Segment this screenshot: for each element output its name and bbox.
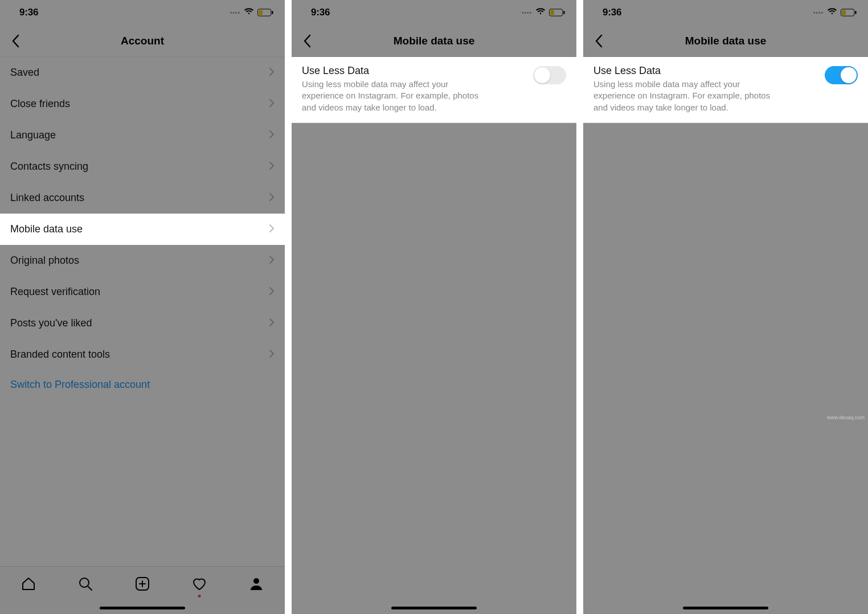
cellular-dots-icon: •••• (230, 10, 240, 16)
status-time: 9:36 (603, 7, 621, 18)
back-button[interactable] (6, 31, 25, 51)
setting-description: Using less mobile data may affect your e… (593, 79, 776, 113)
cellular-dots-icon: •••• (813, 10, 824, 16)
activity-dot-icon (198, 595, 201, 597)
home-indicator (100, 607, 185, 609)
battery-icon (549, 9, 565, 17)
use-less-data-toggle[interactable] (533, 66, 566, 84)
chevron-right-icon (269, 318, 275, 329)
row-label: Mobile data use (10, 223, 83, 235)
row-link-label: Switch to Professional account (10, 379, 150, 391)
row-request-verification[interactable]: Request verification (0, 276, 285, 308)
page-title: Account (121, 35, 164, 47)
row-close-friends[interactable]: Close friends (0, 88, 285, 120)
row-label: Contacts syncing (10, 161, 88, 173)
back-button[interactable] (297, 31, 317, 51)
screen-mobile-data-off: 9:36 •••• Mobile data use Use Less Data … (292, 0, 576, 614)
home-indicator (391, 607, 477, 609)
row-label: Original photos (10, 255, 79, 267)
screen-account: 9:36 •••• Account Saved (0, 0, 285, 614)
account-list: Saved Close friends Language Contacts sy… (0, 57, 285, 566)
row-label: Branded content tools (10, 349, 110, 361)
row-posts-liked[interactable]: Posts you've liked (0, 308, 285, 339)
row-switch-professional[interactable]: Switch to Professional account (0, 370, 285, 399)
row-linked-accounts[interactable]: Linked accounts (0, 182, 285, 214)
svg-rect-10 (550, 10, 554, 15)
nav-header: Mobile data use (292, 25, 576, 57)
battery-icon (841, 9, 857, 17)
nav-header: Mobile data use (583, 25, 868, 57)
row-label: Request verification (10, 286, 100, 298)
setting-use-less-data: Use Less Data Using less mobile data may… (583, 57, 868, 123)
status-icons: •••• (230, 7, 273, 18)
back-button[interactable] (589, 31, 608, 51)
tab-bar (0, 566, 285, 614)
chevron-right-icon (269, 99, 275, 110)
status-icons: •••• (522, 7, 565, 18)
row-language[interactable]: Language (0, 120, 285, 151)
battery-icon (257, 9, 273, 17)
row-label: Language (10, 129, 56, 141)
screen-mobile-data-on: 9:36 •••• Mobile data use Use Less Data … (583, 0, 868, 614)
row-saved[interactable]: Saved (0, 57, 285, 88)
svg-rect-1 (259, 10, 263, 15)
svg-rect-11 (563, 11, 564, 14)
row-branded-content-tools[interactable]: Branded content tools (0, 339, 285, 370)
row-mobile-data-use[interactable]: Mobile data use (0, 214, 285, 245)
row-contacts-syncing[interactable]: Contacts syncing (0, 151, 285, 182)
svg-line-4 (88, 586, 92, 590)
chevron-right-icon (269, 161, 275, 173)
tab-create[interactable] (131, 572, 154, 595)
status-icons: •••• (813, 7, 857, 18)
wifi-icon (535, 7, 546, 18)
chevron-right-icon (269, 349, 275, 361)
chevron-right-icon (269, 193, 275, 204)
chevron-right-icon (269, 67, 275, 79)
row-original-photos[interactable]: Original photos (0, 245, 285, 276)
row-label: Close friends (10, 98, 70, 110)
content-area (292, 123, 576, 614)
status-time: 9:36 (19, 7, 38, 18)
tab-activity[interactable] (188, 572, 211, 595)
row-label: Saved (10, 67, 39, 79)
use-less-data-toggle[interactable] (825, 66, 858, 84)
chevron-right-icon (269, 255, 275, 267)
setting-title: Use Less Data (302, 65, 524, 77)
tab-home[interactable] (17, 572, 40, 595)
tab-search[interactable] (74, 572, 97, 595)
setting-description: Using less mobile data may affect your e… (302, 79, 484, 113)
toggle-knob-icon (841, 67, 857, 83)
status-bar: 9:36 •••• (292, 0, 576, 25)
wifi-icon (827, 7, 837, 18)
svg-rect-14 (855, 11, 856, 14)
chevron-right-icon (269, 224, 275, 235)
cellular-dots-icon: •••• (522, 10, 532, 16)
page-title: Mobile data use (394, 35, 475, 47)
status-bar: 9:36 •••• (0, 0, 285, 25)
nav-header: Account (0, 25, 285, 57)
content-area (583, 123, 868, 614)
page-title: Mobile data use (685, 35, 767, 47)
svg-point-8 (253, 578, 259, 584)
row-label: Linked accounts (10, 192, 84, 204)
svg-rect-2 (272, 11, 273, 14)
chevron-right-icon (269, 286, 275, 298)
svg-rect-13 (842, 10, 846, 15)
status-bar: 9:36 •••• (583, 0, 868, 25)
tab-profile[interactable] (245, 572, 268, 595)
chevron-right-icon (269, 130, 275, 141)
setting-use-less-data: Use Less Data Using less mobile data may… (292, 57, 576, 123)
home-indicator (683, 607, 768, 609)
row-label: Posts you've liked (10, 317, 92, 329)
status-time: 9:36 (311, 7, 330, 18)
toggle-knob-icon (534, 67, 550, 83)
watermark: www.deuaq.com (827, 415, 865, 420)
setting-title: Use Less Data (593, 65, 816, 77)
wifi-icon (244, 7, 254, 18)
